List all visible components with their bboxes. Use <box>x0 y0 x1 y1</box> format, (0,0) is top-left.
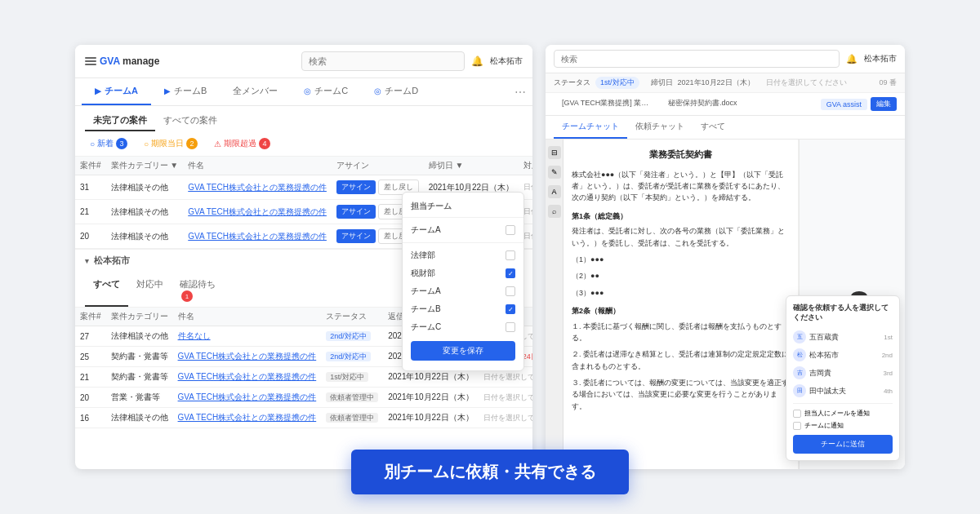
filter-deadline[interactable]: ○ 期限当日 2 <box>139 136 203 151</box>
dropdown-save-btn[interactable]: 変更を保存 <box>411 341 515 361</box>
col-response: 対応期限 <box>519 157 532 175</box>
user-avatar-1: 松 <box>793 348 806 361</box>
tab-all-members-label: 全メンバー <box>233 85 278 97</box>
dropdown-item-1[interactable]: 法律部 <box>403 246 523 264</box>
highlight-icon[interactable]: A <box>548 185 561 198</box>
tab-team-a-icon: ▶ <box>95 86 101 95</box>
edit-btn[interactable]: 編集 <box>871 97 897 111</box>
second-sub-tab-all[interactable]: すべて <box>85 275 128 307</box>
status-row: ステータス 1st/対応中 締切日 2021年10月22日（木） 日付を選択して… <box>546 73 905 93</box>
doc-para-3: （1）●●● <box>572 254 790 265</box>
tab-team-d[interactable]: ◎ チームD <box>361 78 431 105</box>
response-placeholder: 日付を選択してください <box>766 78 847 88</box>
dropdown-item-0[interactable]: チームA <box>403 221 523 239</box>
second-sub-tab-active[interactable]: 対応中 <box>128 275 172 307</box>
assign-btn-2[interactable]: アサイン <box>336 229 376 243</box>
checkbox-1[interactable] <box>506 250 515 260</box>
table-row: 16 法律相談その他 GVA TECH株式会社との業務提携の件 依頼者管理中 2… <box>75 408 532 428</box>
filter-new[interactable]: ○ 新着 3 <box>85 136 132 151</box>
confirmation-modal: 確認を依頼する人を選択してください 五 五百蔵貴 1st 松 松本拓市 2nd … <box>786 295 900 461</box>
tab-all-members[interactable]: 全メンバー <box>220 78 291 105</box>
send-btn[interactable]: チームに送信 <box>793 435 893 454</box>
user-name-1: 松本拓市 <box>806 350 882 361</box>
chat-tab-team[interactable]: チームチャット <box>554 116 627 139</box>
right-panel-header: 🔔 松本拓市 <box>546 45 905 73</box>
sub-tabs: 未完了の案件 すべての案件 <box>75 106 532 131</box>
dropdown-header: 担当チーム <box>403 199 523 218</box>
bell-icon[interactable]: 🔔 <box>471 55 483 67</box>
checkbox-3[interactable] <box>506 286 515 296</box>
sub-tab-all[interactable]: すべての案件 <box>155 111 225 131</box>
filter-deadline-count: 2 <box>186 138 198 149</box>
bell-icon-right[interactable]: 🔔 <box>846 54 858 64</box>
chevron-down-icon: ▾ <box>85 257 89 265</box>
modal-option-team[interactable]: チームに通知 <box>793 419 893 432</box>
filter-overdue-count: 4 <box>259 138 270 149</box>
checkbox-0[interactable] <box>506 225 515 235</box>
feature-banner: 別チームに依頼・共有できる <box>351 450 629 494</box>
dropdown-item-2[interactable]: 税財部 <box>403 264 523 282</box>
user-avatar: 松本拓市 <box>490 55 523 67</box>
modal-option-email[interactable]: 担当人にメールを通知 <box>793 407 893 419</box>
doc-name-1[interactable]: [GVA TECH業務提携] 業務委託契約書.docx <box>554 93 660 115</box>
dropdown-item-3[interactable]: チームA <box>403 282 523 300</box>
banner-text: 別チームに依頼・共有できる <box>384 463 596 481</box>
tab-team-c[interactable]: ◎ チームC <box>291 78 361 105</box>
doc-number: 09 番 <box>879 78 897 88</box>
tab-team-d-label: チームD <box>385 85 418 97</box>
modal-checkbox-team[interactable] <box>793 422 801 430</box>
gva-assist-btn[interactable]: GVA assist <box>821 99 867 110</box>
assign-btn-1[interactable]: アサイン <box>336 205 376 219</box>
doc-article-2: 第2条（報酬） <box>572 305 790 317</box>
filter-deadline-label: 期限当日 <box>151 138 184 149</box>
doc-para-4: （2）●● <box>572 270 790 281</box>
user-avatar-0: 五 <box>793 330 806 343</box>
doc-para-8: ２. 委託者は遅滞なき精算とし、受託者は連算制の定定規定定数に含まれるものとする… <box>572 348 790 372</box>
bookmark-icon[interactable]: ⊟ <box>548 146 561 159</box>
chat-tab-all[interactable]: すべて <box>693 116 733 139</box>
status-label: ステータス <box>554 78 590 88</box>
logo-text: GVA manage <box>100 55 159 67</box>
team-tabs-row: ▶ チームA ▶ チームB 全メンバー ◎ チームC ◎ チームD ⋯ <box>75 78 532 106</box>
tab-team-a[interactable]: ▶ チームA <box>82 78 151 105</box>
filter-deadline-icon: ○ <box>144 140 149 148</box>
second-sub-tab-pending[interactable]: 確認待ち 1 <box>172 275 224 307</box>
col-title: 件名 <box>183 157 332 175</box>
right-search-input[interactable] <box>554 50 840 68</box>
doc-name-2[interactable]: 秘密保持契約書.docx <box>660 93 746 115</box>
filter-overdue[interactable]: ⚠ 期限超過 4 <box>209 136 275 151</box>
header-icons: 🔔 松本拓市 <box>471 55 523 67</box>
bcol-status: ステータス <box>321 308 383 326</box>
more-icon[interactable]: ⋯ <box>514 86 526 99</box>
doc-article-1: 第1条（総定義） <box>572 210 790 222</box>
comment-icon[interactable]: ✎ <box>548 166 561 179</box>
doc-content-area: ⊟ ✎ A ⌕ 業務委託契約書 株式会社●●●（以下「発注者」という。）と【甲】… <box>546 140 905 469</box>
bcol-category: 業件カテゴリー <box>106 308 173 326</box>
checkbox-2[interactable] <box>506 268 515 278</box>
chat-tab-request[interactable]: 依頼チャット <box>627 116 693 139</box>
assign-btn-0[interactable]: アサイン <box>336 180 376 194</box>
sub-tab-incomplete[interactable]: 未完了の案件 <box>85 111 155 131</box>
dropdown-item-4[interactable]: チームB <box>403 300 523 318</box>
modal-title: 確認を依頼する人を選択してください <box>793 303 893 323</box>
filter-overdue-icon: ⚠ <box>214 140 221 148</box>
tab-team-d-icon: ◎ <box>374 86 381 95</box>
checkbox-4[interactable] <box>506 304 515 314</box>
search-doc-icon[interactable]: ⌕ <box>548 205 561 218</box>
section-person-name: 松本拓市 <box>94 255 130 267</box>
modal-checkbox-email[interactable] <box>793 410 801 418</box>
checkbox-5[interactable] <box>506 322 515 332</box>
search-input[interactable] <box>301 51 465 71</box>
doc-para-5: （3）●●● <box>572 287 790 299</box>
user-role-2: 3rd <box>883 370 893 377</box>
user-item-2: 吉 吉岡貴 3rd <box>793 364 893 382</box>
doc-para-9: ３. 委託者については、報酬の変更については、当該変更を適正する場合においては、… <box>572 377 790 412</box>
dropdown-item-5[interactable]: チームC <box>403 318 523 336</box>
tab-team-b-label: チームB <box>174 85 207 97</box>
user-avatar-3: 田 <box>793 384 806 397</box>
filter-new-label: 新着 <box>97 138 114 149</box>
doc-action-area: GVA assist 編集 <box>821 97 897 111</box>
deadline-label: 締切日 <box>651 78 673 88</box>
tab-team-b[interactable]: ▶ チームB <box>151 78 220 105</box>
hamburger-icon[interactable] <box>85 57 96 65</box>
